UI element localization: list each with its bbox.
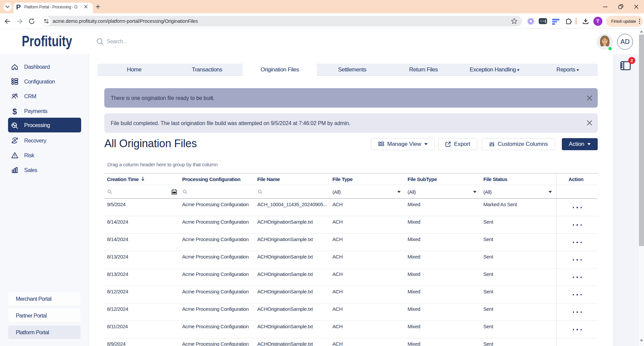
svg-text:Profituity: Profituity — [22, 33, 72, 50]
